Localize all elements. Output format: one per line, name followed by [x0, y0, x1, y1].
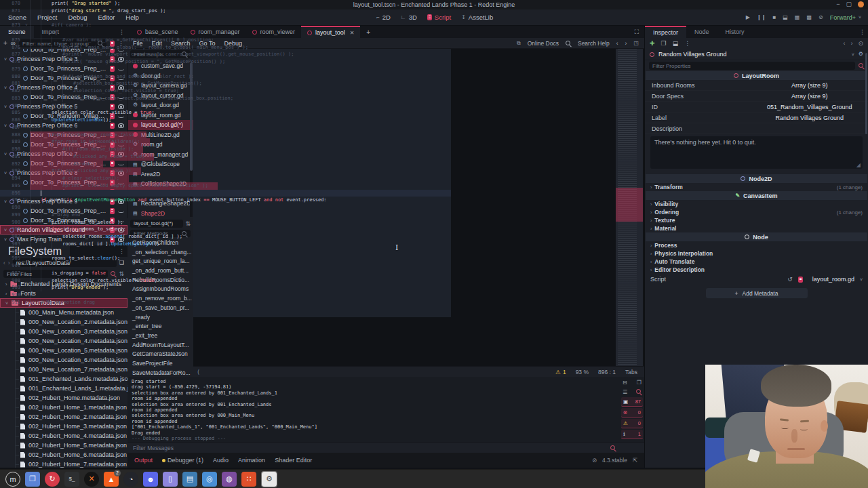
fold-icon[interactable]: ˅ — [23, 197, 30, 204]
taskbar-mint-menu[interactable]: m — [5, 472, 20, 487]
property-row[interactable]: Inbound RoomsArray (size 9) — [645, 80, 868, 91]
file-item[interactable]: 002_Hubert_Home.metadata.json — [0, 393, 127, 403]
remote-debug-button[interactable]: ⬓ — [783, 14, 788, 20]
clear-output-icon[interactable]: ⊟ — [623, 380, 627, 386]
file-item[interactable]: 002_Hubert_Home_5.metadata.json — [0, 441, 127, 450]
maximize-button[interactable]: ▢ — [846, 1, 852, 7]
taskbar-redot-launcher[interactable]: ↻ — [45, 472, 60, 487]
taskbar-discord[interactable]: ☻ — [143, 472, 158, 487]
minimize-button[interactable]: − — [836, 1, 840, 7]
code-minimap[interactable] — [616, 49, 643, 366]
property-group-visibility[interactable]: ›Visibility — [645, 200, 868, 208]
file-item[interactable]: 000_New_Location_2.metadata.json — [0, 317, 127, 327]
file-item[interactable]: 000_New_Location_5.metadata.json — [0, 346, 127, 355]
property-group-transform[interactable]: ›Transform(1 change) — [645, 183, 868, 191]
taskbar-settings[interactable]: ⚙ — [262, 472, 277, 487]
bottom-tab-output[interactable]: Output — [134, 457, 153, 464]
file-item[interactable]: 000_New_Location_7.metadata.json — [0, 365, 127, 374]
property-group-ordering[interactable]: ›Ordering(1 change) — [645, 208, 868, 216]
toggle-distraction-free-icon[interactable]: ⛶ — [635, 28, 644, 36]
file-item[interactable]: 002_Hubert_Home_3.metadata.json — [0, 422, 127, 431]
taskbar-text-editor[interactable]: ▤ — [182, 472, 197, 487]
movie-writer-button[interactable]: ▦ — [795, 14, 800, 20]
code-line[interactable]: 893#if( not clicked_any_room ): — [0, 167, 451, 175]
inspector-node-selector[interactable]: Random Villages Ground ˅ ⚙ — [645, 49, 868, 60]
property-value[interactable]: Array (size 9) — [757, 93, 863, 100]
file-item[interactable]: 002_Hubert_Home_4.metadata.json — [0, 431, 127, 441]
code-line[interactable]: 881#selection_box.position = GetMousePos… — [0, 80, 451, 87]
method-item[interactable]: SaveProjectFile — [127, 359, 193, 369]
code-editor[interactable]: 870print( "Drag started" );871print("dra… — [0, 0, 451, 317]
code-line[interactable]: 909print("Drag ended"); — [0, 284, 451, 291]
code-line[interactable]: 892#break; — [0, 161, 451, 168]
fold-icon[interactable]: ˅ — [23, 22, 30, 29]
filter-messages-placeholder[interactable]: Filter Messages — [133, 445, 174, 451]
code-line[interactable]: 911# Mouse motion drag — [0, 299, 451, 306]
search-help-button[interactable]: Search Help — [578, 40, 610, 47]
code-line[interactable]: 874#{ — [0, 29, 451, 37]
code-line[interactable]: 894#_clear_selection(); — [0, 175, 451, 182]
stop-button[interactable]: ■ — [772, 14, 776, 20]
code-line[interactable]: 877#print( "mouse viewport coords = ", c… — [0, 51, 451, 58]
code-line[interactable]: 872 — [0, 15, 451, 22]
code-line[interactable]: 905rooms_to_select.clear(); — [0, 255, 451, 262]
mute-button[interactable]: ⊘ — [818, 14, 823, 20]
bottom-tab-debugger-1-[interactable]: Debugger (1) — [162, 457, 203, 464]
pin-icon[interactable]: ⊙ — [858, 40, 863, 47]
code-line[interactable]: 890#if( room.mouse_inside ): — [0, 146, 451, 153]
code-line[interactable]: 900print( rooms_to_select ); — [0, 219, 451, 226]
property-group-texture[interactable]: ›Texture — [645, 216, 868, 224]
code-line[interactable]: 880˅#if( selection_box and selection_col… — [0, 73, 451, 81]
code-line[interactable]: 889#for room in GetRoomChildren(): — [0, 138, 451, 146]
tab-inspector[interactable]: Inspector — [645, 26, 686, 38]
property-row[interactable]: ID051_Random_Villages_Ground — [645, 102, 868, 113]
online-docs-button[interactable]: Online Docs — [528, 40, 559, 47]
code-line[interactable]: 884#} — [0, 102, 451, 110]
bottom-tab-shader-editor[interactable]: Shader Editor — [275, 457, 312, 464]
script-property-row[interactable]: Script↺layout_room.gd˅ — [645, 274, 868, 285]
revert-icon[interactable]: ↺ — [787, 276, 793, 283]
property-row[interactable]: Description — [645, 123, 868, 134]
resource-options-icon[interactable]: ⋮ — [684, 40, 690, 47]
fold-icon[interactable]: ˅ — [23, 131, 30, 139]
code-line[interactable]: 878#print( "mouse global position = ", G… — [0, 58, 451, 66]
load-resource-icon[interactable]: ❐ — [661, 40, 667, 47]
method-item[interactable]: GetCameraStateJson — [127, 350, 193, 359]
bottom-tab-audio[interactable]: Audio — [213, 457, 229, 464]
code-line[interactable]: 899# Drag end — [0, 211, 451, 219]
code-line[interactable]: 896 — [0, 190, 451, 197]
code-line[interactable]: 871print("drag start = ", drag_start_pos… — [0, 7, 451, 15]
mute-notifications-icon[interactable]: ⊘ — [592, 457, 597, 464]
file-item[interactable]: 002_Hubert_Home_2.metadata.json — [0, 412, 127, 422]
code-line[interactable]: 897˅if event is InputEventMouseButton an… — [0, 197, 451, 204]
movie-writer-2-button[interactable]: ▩ — [806, 14, 812, 20]
file-item[interactable]: 000_New_Location_6.metadata.json — [0, 355, 127, 365]
property-row[interactable]: LabelRandom Villages Ground — [645, 113, 868, 123]
property-group-process[interactable]: ›Process — [645, 241, 868, 249]
code-line[interactable]: 895#print( "Clicked empty space: cleared… — [0, 182, 451, 190]
warning-count-badge[interactable]: ⚠1 — [555, 369, 566, 375]
property-group-physics-interpolation[interactable]: ›Physics Interpolation — [645, 249, 868, 258]
inspector-scrollbar[interactable] — [865, 53, 867, 134]
code-line[interactable]: 870print( "Drag started" ); — [0, 0, 451, 7]
taskbar-terminal[interactable]: $_ — [64, 472, 79, 487]
history-back-icon[interactable]: ‹ — [843, 40, 845, 47]
new-resource-icon[interactable]: ✚ — [650, 40, 655, 47]
code-line[interactable]: 888˅#var clicked_any_room = false; — [0, 131, 451, 139]
property-value[interactable]: Random Villages Ground — [757, 115, 863, 121]
code-line[interactable]: 882#selection_color_rect.visible = true; — [0, 87, 451, 95]
file-item[interactable]: 000_Main_Menu.metadata.json — [0, 308, 127, 317]
copy-output-icon[interactable]: ❐ — [637, 380, 642, 386]
fold-icon[interactable]: ˅ — [23, 73, 30, 81]
expand-panel-icon[interactable]: ⇱ — [633, 457, 637, 464]
messages-filter-badge[interactable]: ▣87 — [621, 397, 643, 407]
taskbar-notes-app[interactable]: ▯ — [163, 472, 178, 487]
code-line[interactable]: 891#clicked_any_room = true; — [0, 153, 451, 161]
taskbar-file-manager[interactable]: ❐ — [25, 472, 40, 487]
file-item[interactable]: 001_Enchanted_Lands_1.metadata.json — [0, 384, 127, 393]
fold-icon[interactable]: ˅ — [23, 226, 30, 233]
method-item[interactable]: _exit_tree — [127, 331, 193, 341]
tab-node[interactable]: Node — [686, 26, 717, 38]
code-line[interactable]: 885selection_color_rect.visible = true; — [0, 109, 451, 117]
file-item[interactable]: 000_New_Location_3.metadata.json — [0, 327, 127, 336]
